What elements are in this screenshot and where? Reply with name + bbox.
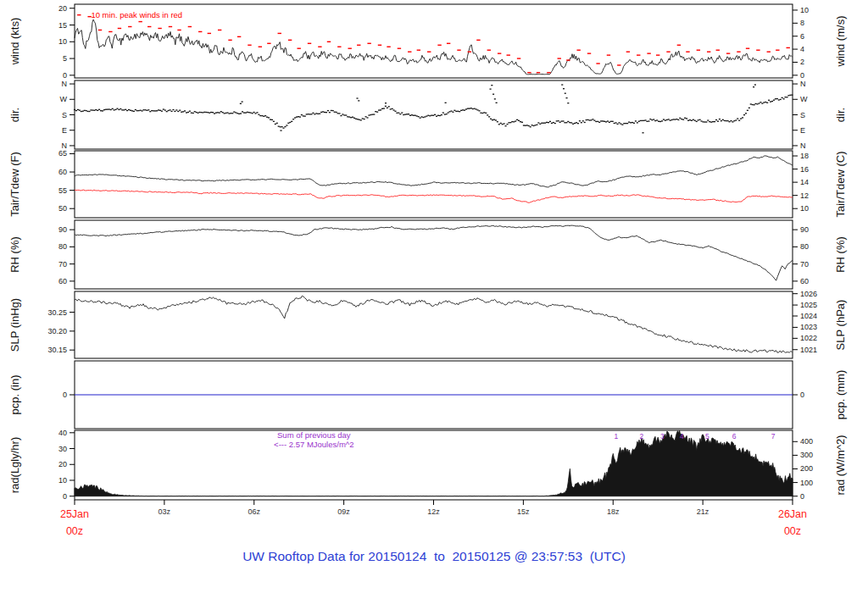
direction-outlier-dots <box>754 84 756 85</box>
slp-left-axis-title: SLP (inHg) <box>8 298 21 352</box>
direction-outlier-dots <box>492 94 494 95</box>
sea-level-pressure-line <box>75 296 793 352</box>
panel-dir: NWSENNWSENdir.dir. <box>8 80 847 150</box>
rh-left-axis-title: RH (%) <box>8 236 21 273</box>
tair-right-tick-label: 12 <box>800 191 809 200</box>
peak-wind-dots <box>318 47 321 47</box>
peak-wind-dots <box>576 49 580 50</box>
dir-right-tick-label: N <box>800 80 806 88</box>
peak-wind-dots <box>427 51 431 52</box>
sunshine-hour-1: 1 <box>614 432 618 441</box>
dir-right-axis-title: dir. <box>834 108 847 122</box>
peak-wind-dots <box>297 48 300 49</box>
dir-left-tick-label: N <box>62 80 68 88</box>
panel-slp: 30.1530.2030.25102110221023102410251026S… <box>8 290 847 358</box>
direction-outlier-dots <box>642 132 643 133</box>
peak-wind-dots <box>228 40 231 41</box>
peak-wind-dots <box>169 26 172 27</box>
rad-right-tick-label: 300 <box>800 451 813 459</box>
dir-left-axis-title: dir. <box>8 108 21 122</box>
rh-left-tick-label: 80 <box>58 242 67 251</box>
peak-wind-dots <box>647 53 650 53</box>
peak-wind-dots <box>686 51 689 52</box>
peak-wind-dots <box>408 51 411 52</box>
slp-right-tick-label: 1023 <box>800 323 817 331</box>
rh-right-tick-label: 70 <box>800 260 809 269</box>
rh-left-tick-label: 60 <box>58 277 67 285</box>
rh-right-tick-label: 60 <box>800 277 809 285</box>
rh-left-tick-label: 90 <box>58 225 67 234</box>
rad-left-tick-label: 10 <box>58 476 67 485</box>
peak-wind-dots <box>697 49 700 50</box>
wind-left-tick-label: 0 <box>63 71 67 80</box>
wind-right-tick-label: 10 <box>800 6 809 14</box>
peak-wind-dots <box>357 45 360 46</box>
wind-left-tick-label: 15 <box>58 21 67 30</box>
peak-wind-dots <box>666 51 670 52</box>
slp-left-tick-label: 30.15 <box>47 346 67 354</box>
pcp-left-axis-title: pcp. (in) <box>8 375 21 415</box>
peak-wind-dots <box>437 45 441 46</box>
peak-wind-dots <box>327 42 331 42</box>
direction-outlier-dots <box>490 88 492 89</box>
direction-outlier-dots <box>445 103 447 103</box>
wind-left-tick-label: 10 <box>58 37 67 46</box>
dir-right-tick-label: W <box>800 95 808 103</box>
sunshine-hour-7: 7 <box>771 432 776 441</box>
direction-outlier-dots <box>242 101 243 102</box>
peak-wind-dots <box>337 47 341 47</box>
direction-outlier-dots <box>494 98 496 99</box>
peak-wind-dots <box>447 43 450 44</box>
direction-outlier-dots <box>385 103 387 103</box>
peak-wind-dots <box>677 45 681 46</box>
rh-right-tick-label: 80 <box>800 242 809 251</box>
x-axis-tick-label: 15z <box>517 507 530 516</box>
direction-outlier-dots <box>565 97 567 98</box>
sunshine-hour-5: 5 <box>705 432 709 441</box>
pcp-right-axis-title: pcp. (mm) <box>834 370 847 420</box>
x-axis-tick-label: 12z <box>427 507 440 516</box>
peak-wind-dots <box>626 51 630 52</box>
direction-outlier-dots <box>563 88 565 89</box>
x-axis-tick-label: 06z <box>248 507 260 516</box>
peak-wind-dots <box>177 30 181 30</box>
peak-wind-dots <box>417 49 420 50</box>
dir-left-tick-label: N <box>62 141 68 150</box>
peak-wind-dots <box>348 48 351 49</box>
wind-right-tick-label: 4 <box>800 45 804 53</box>
tair-left-tick-label: 60 <box>58 168 67 176</box>
peak-wind-dots <box>367 43 370 44</box>
peak-wind-dots <box>387 47 390 47</box>
slp-left-tick-label: 30.25 <box>47 308 67 317</box>
direction-outlier-dots <box>565 93 566 94</box>
sunshine-hour-2: 2 <box>639 432 643 441</box>
end-date-label: 26Jan <box>778 508 807 520</box>
panel-tair: 505560651012141618Tair/Tdew (F)Tair/Tdew… <box>8 149 847 218</box>
direction-outlier-dots <box>491 85 492 86</box>
rad-left-axis-title: rad(Lgly/hr) <box>8 437 21 493</box>
slp-right-tick-label: 1021 <box>800 346 817 354</box>
dir-right-tick-label: E <box>800 126 805 135</box>
peak-wind-dots <box>726 53 730 53</box>
peak-wind-dots <box>566 59 570 60</box>
direction-outlier-dots <box>280 130 281 130</box>
rad-left-tick-label: 40 <box>58 429 67 437</box>
chart-title: UW Rooftop Data for 20150124 to 20150125… <box>0 549 868 564</box>
peak-wind-dots <box>587 53 591 53</box>
peak-winds-note: 10 min. peak winds in red <box>91 10 182 19</box>
peak-wind-dots <box>637 54 640 55</box>
direction-outlier-dots <box>753 86 754 87</box>
peak-wind-dots <box>656 54 659 55</box>
panel-wind: 051015200246810wind (kts)wind (m/s)10 mi… <box>8 4 847 80</box>
radiation-sum-value: <--- 2.57 MJoules/m^2 <box>274 440 353 449</box>
panel-pcp: 00pcp. (in)pcp. (mm) <box>8 361 847 429</box>
rad-right-axis-title: rad (W/m^2) <box>834 435 847 495</box>
peak-wind-dots <box>118 28 121 29</box>
peak-wind-dots <box>278 33 281 34</box>
dir-left-tick-label: W <box>60 95 68 103</box>
tair-right-tick-label: 14 <box>800 178 809 186</box>
direction-outlier-dots <box>561 84 563 85</box>
peak-wind-dots <box>158 28 161 29</box>
peak-wind-dots <box>707 51 710 52</box>
wind-right-tick-label: 6 <box>800 32 804 41</box>
